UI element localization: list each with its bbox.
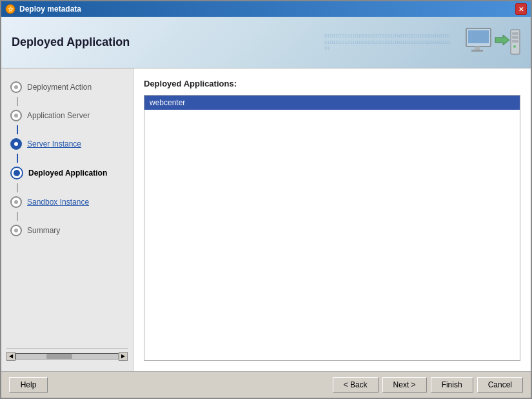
next-button[interactable]: Next >	[382, 377, 427, 393]
list-item-webcenter[interactable]: webcenter	[144, 96, 520, 110]
main-content: Deployment Action Application Server Ser…	[1, 68, 531, 371]
svg-point-15	[14, 200, 18, 204]
app-icon: ☆	[5, 4, 15, 14]
svg-rect-5	[471, 50, 483, 52]
title-bar: ☆ Deploy metadata ✕	[1, 1, 531, 17]
sidebar-label-deployed-application: Deployed Application	[28, 169, 107, 178]
cancel-button[interactable]: Cancel	[477, 377, 523, 393]
content-label: Deployed Applications:	[144, 79, 520, 88]
svg-point-13	[14, 114, 18, 118]
step-circle-3	[10, 138, 22, 150]
sidebar-item-deployment-action[interactable]: Deployment Action	[6, 79, 128, 96]
sidebar-item-sandbox-instance[interactable]: Sandbox Instance	[6, 194, 128, 210]
sidebar-scroll-track[interactable]	[15, 353, 119, 360]
step-line-5	[17, 212, 18, 221]
footer: Help < Back Next > Finish Cancel	[1, 371, 531, 398]
step-line-2	[17, 125, 18, 134]
svg-marker-6	[495, 35, 509, 45]
svg-rect-10	[512, 40, 518, 43]
svg-text:☆: ☆	[8, 6, 14, 13]
sidebar-label-sandbox-instance: Sandbox Instance	[27, 198, 89, 207]
step-line-1	[17, 97, 18, 106]
main-window: ☆ Deploy metadata ✕ Deployed Application…	[0, 0, 532, 399]
sidebar-scroll-right[interactable]: ▶	[119, 352, 128, 361]
sidebar-item-server-instance[interactable]: Server Instance	[6, 136, 128, 152]
header-bg-text: 0101010101010101010101010101010101010101…	[324, 17, 453, 68]
svg-point-12	[14, 85, 18, 89]
sidebar-item-summary[interactable]: Summary	[6, 222, 128, 239]
svg-rect-8	[512, 32, 518, 35]
step-line-4	[17, 183, 18, 192]
content-area: Deployed Applications: webcenter	[133, 68, 531, 371]
sidebar-scroll-left[interactable]: ◀	[6, 352, 15, 361]
deployed-applications-list[interactable]: webcenter	[144, 95, 520, 361]
sidebar: Deployment Action Application Server Ser…	[1, 68, 133, 371]
finish-button[interactable]: Finish	[431, 377, 473, 393]
sidebar-label-deployment-action: Deployment Action	[27, 83, 92, 92]
page-title: Deployed Application	[12, 36, 130, 49]
close-button[interactable]: ✕	[515, 3, 527, 15]
sidebar-label-application-server: Application Server	[27, 111, 90, 120]
header-section: Deployed Application 0101010101010101010…	[1, 17, 531, 68]
help-button[interactable]: Help	[9, 377, 48, 393]
sidebar-scrollbar: ◀ ▶	[6, 348, 128, 361]
step-line-3	[17, 154, 18, 163]
sidebar-label-summary: Summary	[27, 226, 60, 235]
svg-rect-3	[468, 30, 489, 43]
step-circle-4	[10, 167, 23, 179]
step-circle-2	[10, 110, 22, 121]
svg-rect-4	[475, 46, 480, 50]
footer-right: < Back Next > Finish Cancel	[333, 377, 523, 393]
svg-point-11	[513, 45, 516, 48]
sidebar-scroll-thumb[interactable]	[46, 354, 72, 359]
window-title: Deploy metadata	[19, 5, 81, 14]
step-circle-1	[10, 81, 22, 93]
svg-rect-9	[512, 36, 518, 39]
sidebar-item-deployed-application[interactable]: Deployed Application	[6, 164, 128, 182]
svg-point-14	[14, 142, 18, 146]
sidebar-label-server-instance: Server Instance	[27, 139, 81, 148]
svg-point-16	[14, 229, 18, 232]
header-image	[453, 17, 531, 68]
step-circle-5	[10, 196, 22, 208]
back-button[interactable]: < Back	[333, 377, 379, 393]
step-circle-6	[10, 225, 22, 236]
title-bar-left: ☆ Deploy metadata	[5, 4, 81, 14]
sidebar-item-application-server[interactable]: Application Server	[6, 107, 128, 124]
